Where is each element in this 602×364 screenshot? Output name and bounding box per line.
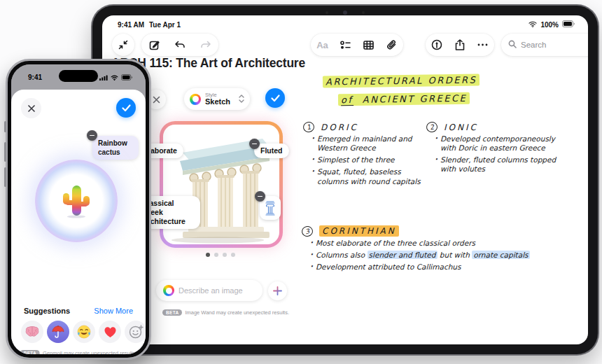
- image-wand-beta-disclaimer: BETA Image Wand may create unexpected re…: [162, 309, 289, 316]
- attachment-icon[interactable]: [383, 40, 401, 50]
- ipad-battery-percent: 100%: [540, 21, 559, 29]
- rainbow-cactus-emoji: [60, 183, 92, 218]
- apple-intelligence-icon: [190, 94, 201, 105]
- search-icon: [508, 38, 517, 51]
- action-button: [4, 121, 6, 132]
- beta-text: Genmoji may create unexpected results.: [43, 350, 136, 354]
- tag-fluted-remove-button[interactable]: [249, 139, 260, 149]
- laughing-emoji[interactable]: [73, 321, 95, 343]
- corinthian-bullet-highlighted: Columns also slender and fluted but with…: [310, 251, 540, 260]
- add-image-button[interactable]: [268, 281, 287, 300]
- section-corinthian: 3CORINTHIAN Most elaborate of the three …: [302, 225, 540, 274]
- style-picker[interactable]: Style Sketch: [184, 88, 250, 110]
- genmoji-prompt-tag[interactable]: Rainbow cactus: [92, 136, 139, 160]
- thumbnail-tag-remove-button[interactable]: [255, 191, 265, 202]
- variant-dot-active[interactable]: [206, 253, 210, 257]
- collapse-icon[interactable]: [114, 40, 132, 50]
- toolbar-insert-group: Aa: [311, 34, 403, 56]
- image-wand-input-row: [156, 280, 287, 301]
- circled-number: 1: [302, 121, 316, 134]
- iphone-device: 9:41 Rainbow cactus: [6, 59, 151, 360]
- redo-icon[interactable]: [197, 41, 215, 50]
- cellular-icon: [99, 71, 108, 83]
- genmoji-accept-button[interactable]: [116, 98, 136, 118]
- genmoji-tag-remove-button[interactable]: [87, 130, 97, 141]
- toolbar-collapse-group: [112, 34, 134, 56]
- variant-dot[interactable]: [231, 253, 235, 257]
- section-ionic: 2IONIC Developed contemporaneously with …: [426, 122, 559, 177]
- wifi-icon: [528, 21, 537, 29]
- new-genmoji-icon[interactable]: [125, 321, 146, 343]
- column-sketch-icon: [264, 200, 276, 216]
- undo-icon[interactable]: [171, 41, 189, 50]
- notes-heading-line2: of ANCIENT GREECE: [338, 93, 470, 106]
- section-corinthian-title: CORINTHIAN: [319, 225, 399, 237]
- checklist-icon[interactable]: [337, 41, 355, 50]
- battery-icon: [121, 71, 133, 83]
- stage: 9:41 AM Tue Apr 1 100%: [0, 0, 602, 364]
- notes-heading-line1: ARCHITECTURAL ORDERS: [323, 74, 479, 87]
- describe-image-input[interactable]: [178, 286, 255, 295]
- beta-badge: BETA: [20, 350, 40, 354]
- chevron-up-down-icon: [239, 93, 244, 106]
- genmoji-beta-disclaimer: BETA Genmoji may create unexpected resul…: [20, 350, 137, 354]
- show-more-link[interactable]: Show More: [94, 307, 133, 315]
- circled-number: 2: [426, 121, 439, 134]
- ipad-time: 9:41 AM: [118, 21, 144, 29]
- volume-down-button: [4, 167, 6, 187]
- table-icon[interactable]: [360, 41, 378, 50]
- section-doric-title: DORIC: [321, 122, 358, 132]
- ipad-screen: 9:41 AM Tue Apr 1 100%: [102, 15, 588, 344]
- variant-dot[interactable]: [223, 253, 227, 257]
- style-label: Style: [205, 92, 234, 98]
- iphone-time: 9:41: [28, 74, 42, 81]
- image-variant-dots: [206, 253, 235, 257]
- genmoji-close-button[interactable]: [21, 98, 41, 118]
- beta-badge: BETA: [162, 309, 182, 316]
- ipad-device: 9:41 AM Tue Apr 1 100%: [92, 6, 598, 354]
- genmoji-sheet: Rainbow cactus: [11, 90, 146, 354]
- heart-emoji[interactable]: [99, 321, 121, 343]
- section-doric: 1DORIC Emerged in mainland and Western G…: [303, 122, 424, 189]
- iphone-screen: 9:41 Rainbow cactus: [11, 64, 146, 354]
- toolbar-edit-group: [141, 34, 218, 56]
- describe-image-field[interactable]: [156, 280, 262, 301]
- style-value: Sketch: [205, 98, 234, 106]
- genmoji-preview-bubble: [35, 160, 118, 242]
- ipad-camera: [343, 10, 347, 15]
- volume-up-button: [4, 142, 6, 162]
- ipad-status-bar: 9:41 AM Tue Apr 1 100%: [118, 20, 575, 29]
- search-field[interactable]: [501, 34, 588, 56]
- plus-icon: [273, 286, 282, 295]
- share-icon[interactable]: [451, 39, 469, 50]
- umbrella-emoji-selected[interactable]: [47, 321, 69, 343]
- section-ionic-title: IONIC: [444, 122, 478, 132]
- search-input[interactable]: [521, 41, 588, 49]
- text-format-icon[interactable]: Aa: [314, 40, 332, 50]
- image-wand-accept-button[interactable]: [265, 88, 285, 108]
- brain-emoji[interactable]: [21, 321, 43, 343]
- apple-intelligence-icon: [163, 285, 174, 296]
- dynamic-island: [59, 70, 98, 82]
- wifi-icon: [111, 71, 118, 83]
- suggestion-emoji-row: [21, 321, 146, 343]
- circled-number: 3: [301, 225, 314, 237]
- ipad-toolbar: Aa: [112, 34, 578, 56]
- variant-dot[interactable]: [214, 253, 218, 257]
- ipad-date: Tue Apr 1: [149, 21, 181, 29]
- beta-text: Image Wand may create unexpected results…: [185, 309, 289, 316]
- more-icon[interactable]: [474, 43, 492, 46]
- battery-icon: [562, 20, 575, 29]
- compose-icon[interactable]: [145, 40, 163, 50]
- toolbar-tools-group: [426, 34, 494, 56]
- suggestions-label: Suggestions: [24, 307, 70, 315]
- markup-pencil-icon[interactable]: [428, 39, 446, 50]
- suggestions-header: Suggestions Show More: [24, 307, 133, 315]
